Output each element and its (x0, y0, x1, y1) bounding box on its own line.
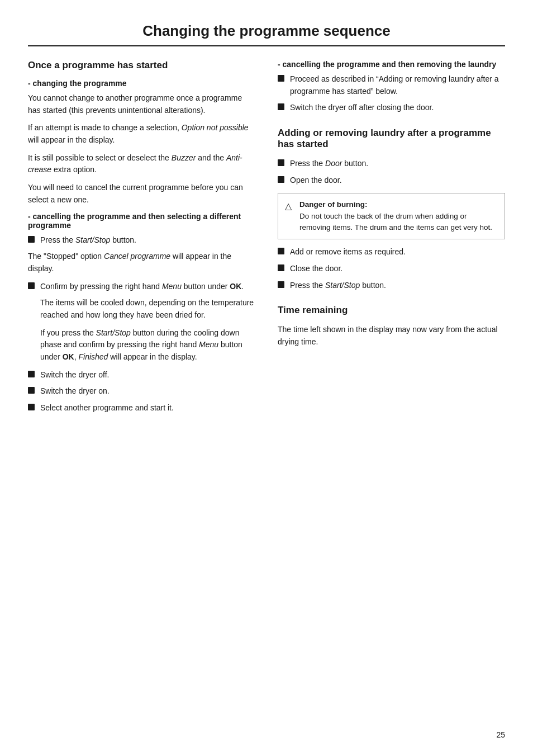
bullet-open-door: Open the door. (278, 174, 505, 187)
if-press-text: If you press the Start/Stop button durin… (40, 327, 255, 363)
bullet-open-door-text: Open the door. (290, 174, 505, 187)
changing-para4: You will need to cancel the current prog… (28, 182, 255, 206)
bullet-icon (28, 282, 35, 289)
warning-text: Danger of burning: Do not touch the back… (299, 199, 498, 233)
bullet-icon (278, 176, 284, 183)
bullet-add-remove-text: Add or remove items as required. (290, 246, 505, 258)
page: Changing the programme sequence Once a p… (0, 0, 533, 756)
warning-body: Do not touch the back of the drum when a… (299, 212, 492, 231)
bullet-icon (278, 159, 284, 166)
warning-icon: △ (285, 200, 296, 213)
bullet-confirm-text: Confirm by pressing the right hand Menu … (40, 281, 255, 293)
right-column: - cancelling the programme and then remo… (278, 60, 505, 419)
warning-title: Danger of burning: (299, 200, 368, 209)
changing-para2: If an attempt is made to change a select… (28, 122, 255, 146)
bullet-press-startstop-text: Press the Start/Stop button. (40, 234, 255, 247)
bullet-proceed-text: Proceed as described in “Adding or remov… (290, 73, 505, 97)
bullet-press-startstop-adding-text: Press the Start/Stop button. (290, 280, 505, 292)
bullet-close-door-text: Close the door. (290, 263, 505, 275)
bullet-icon (28, 404, 35, 410)
section-title-once: Once a programme has started (28, 60, 255, 71)
changing-para3: It is still possible to select or desele… (28, 152, 255, 176)
bullet-icon (278, 281, 284, 288)
page-title: Changing the programme sequence (28, 22, 505, 46)
bullet-switch-on: Switch the dryer on. (28, 385, 255, 398)
bullet-switch-on-text: Switch the dryer on. (40, 385, 255, 398)
changing-para1: You cannot change to another programme o… (28, 92, 255, 116)
bullet-icon (278, 103, 284, 110)
bullet-proceed-described: Proceed as described in “Adding or remov… (278, 73, 505, 97)
sub-title-changing: - changing the programme (28, 79, 255, 88)
bullet-press-door-text: Press the Door button. (290, 158, 505, 170)
stopped-option-text: The "Stopped" option Cancel programme wi… (28, 251, 255, 275)
bullet-icon (278, 248, 284, 254)
section-title-adding: Adding or removing laundry after a progr… (278, 127, 505, 150)
bullet-press-door: Press the Door button. (278, 158, 505, 170)
bullet-switch-dryer-off-door-text: Switch the dryer off after closing the d… (290, 102, 505, 114)
bullet-icon (28, 371, 35, 377)
bullet-confirm-menu: Confirm by pressing the right hand Menu … (28, 281, 255, 293)
left-column: Once a programme has started - changing … (28, 60, 255, 419)
bullet-icon (278, 264, 284, 271)
time-body: The time left shown in the display may n… (278, 324, 505, 348)
time-section: Time remaining The time left shown in th… (278, 305, 505, 348)
bullet-icon (28, 236, 35, 243)
cooled-down-text: The items will be cooled down, depending… (40, 297, 255, 321)
bullet-add-remove: Add or remove items as required. (278, 246, 505, 258)
bullet-close-door: Close the door. (278, 263, 505, 275)
sub-title-cancelling: - cancelling the programme and then sele… (28, 212, 255, 230)
adding-section: Adding or removing laundry after a progr… (278, 127, 505, 291)
bullet-select-programme: Select another programme and start it. (28, 402, 255, 414)
page-number: 25 (496, 730, 505, 739)
bullet-icon (28, 387, 35, 394)
bullet-press-startstop: Press the Start/Stop button. (28, 234, 255, 247)
bullet-switch-dryer-off-door: Switch the dryer off after closing the d… (278, 102, 505, 114)
bullet-press-startstop-adding: Press the Start/Stop button. (278, 280, 505, 292)
bullet-switch-off: Switch the dryer off. (28, 369, 255, 381)
sub-title-cancelling-removing: - cancelling the programme and then remo… (278, 60, 505, 69)
warning-box: △ Danger of burning: Do not touch the ba… (278, 193, 505, 239)
bullet-select-programme-text: Select another programme and start it. (40, 402, 255, 414)
bullet-icon (278, 75, 284, 82)
section-title-time: Time remaining (278, 305, 505, 316)
bullet-switch-off-text: Switch the dryer off. (40, 369, 255, 381)
